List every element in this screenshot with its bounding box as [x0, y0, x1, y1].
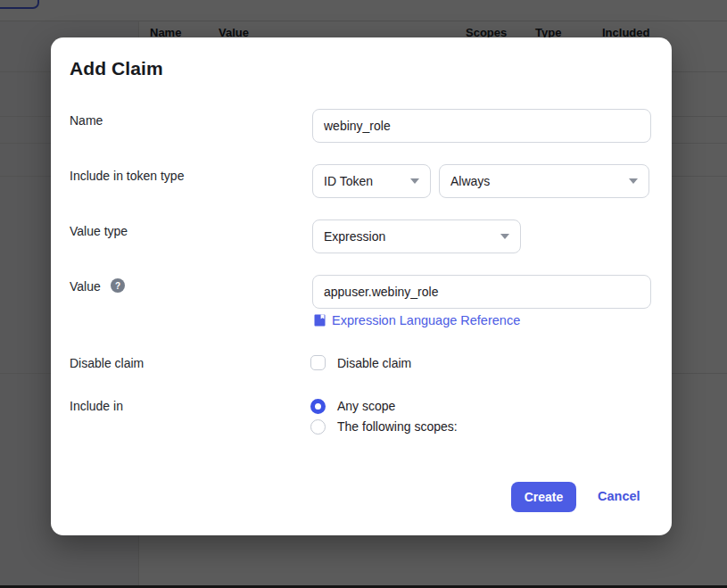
create-button[interactable]: Create	[511, 482, 576, 512]
chevron-down-icon	[410, 178, 419, 184]
token-inclusion-selected-value: Always	[450, 174, 490, 188]
include-in-field-label: Include in	[70, 399, 123, 413]
expression-language-reference-link[interactable]: Expression Language Reference	[314, 313, 520, 327]
reference-link-text: Expression Language Reference	[332, 313, 520, 327]
token-type-selected-value: ID Token	[324, 174, 373, 188]
name-field-label: Name	[70, 113, 103, 128]
token-inclusion-select[interactable]: Always	[439, 164, 649, 198]
dialog-title: Add Claim	[70, 58, 163, 79]
chevron-down-icon	[629, 178, 638, 184]
chevron-down-icon	[500, 234, 509, 239]
disable-claim-field-label: Disable claim	[70, 356, 144, 370]
value-input[interactable]	[312, 275, 651, 309]
value-type-field-label: Value type	[70, 224, 128, 238]
token-type-select[interactable]: ID Token	[312, 164, 431, 198]
any-scope-radio[interactable]	[310, 399, 326, 414]
disable-claim-checkbox[interactable]	[310, 355, 326, 370]
value-type-select[interactable]: Expression	[312, 219, 521, 253]
token-type-field-label: Include in token type	[70, 169, 184, 183]
name-input[interactable]	[312, 109, 651, 143]
following-scopes-radio[interactable]	[310, 419, 326, 435]
add-claim-dialog: Add Claim Name Include in token type ID …	[51, 37, 672, 535]
value-type-selected-value: Expression	[324, 229, 385, 244]
disable-claim-checkbox-label[interactable]: Disable claim	[337, 356, 411, 370]
value-field-label: Value	[70, 279, 101, 294]
cancel-button[interactable]: Cancel	[598, 489, 640, 503]
book-icon	[314, 314, 326, 327]
any-scope-radio-label[interactable]: Any scope	[337, 399, 395, 413]
following-scopes-radio-label[interactable]: The following scopes:	[337, 419, 458, 434]
help-icon[interactable]: ?	[111, 278, 125, 293]
